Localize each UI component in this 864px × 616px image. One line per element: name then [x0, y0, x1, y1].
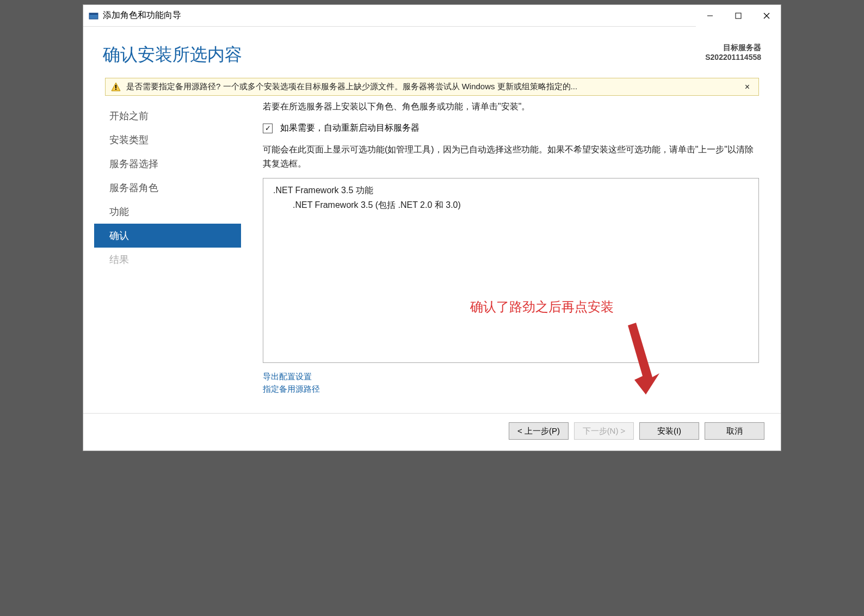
maximize-button[interactable]: [724, 5, 752, 27]
sidebar-item-before-begin[interactable]: 开始之前: [94, 104, 241, 128]
instruction-text: 若要在所选服务器上安装以下角色、角色服务或功能，请单击"安装"。: [263, 101, 759, 113]
app-icon: [89, 11, 98, 21]
target-server-label: 目标服务器: [705, 43, 761, 53]
sidebar-item-results: 结果: [94, 248, 241, 272]
warning-text: 是否需要指定备用源路径? 一个或多个安装选项在目标服务器上缺少源文件。服务器将尝…: [126, 82, 736, 92]
sidebar-item-server-roles[interactable]: 服务器角色: [94, 176, 241, 200]
restart-checkbox-row: ✓ 如果需要，自动重新启动目标服务器: [263, 122, 759, 134]
svg-rect-3: [736, 13, 741, 19]
sidebar-item-install-type[interactable]: 安装类型: [94, 128, 241, 152]
minimize-button[interactable]: [696, 5, 724, 27]
svg-rect-1: [89, 13, 98, 15]
restart-checkbox[interactable]: ✓: [263, 124, 273, 133]
specify-source-link[interactable]: 指定备用源路径: [263, 384, 759, 395]
next-button: 下一步(N) >: [574, 422, 634, 440]
feature-item-child: .NET Framework 3.5 (包括 .NET 2.0 和 3.0): [293, 200, 749, 211]
warning-close-button[interactable]: ×: [742, 82, 753, 92]
columns: 开始之前 安装类型 服务器选择 服务器角色 功能 确认 结果 若要在所选服务器上…: [94, 101, 770, 402]
restart-checkbox-label: 如果需要，自动重新启动目标服务器: [280, 122, 419, 134]
window-title: 添加角色和功能向导: [103, 10, 696, 21]
sidebar-item-confirm[interactable]: 确认: [94, 224, 241, 248]
target-server-value: S202201114558: [705, 53, 761, 61]
wizard-footer: < 上一步(P) 下一步(N) > 安装(I) 取消: [83, 413, 781, 451]
features-listbox: .NET Framework 3.5 功能 .NET Framework 3.5…: [263, 178, 759, 363]
sidebar-item-server-select[interactable]: 服务器选择: [94, 152, 241, 176]
wizard-body: 是否需要指定备用源路径? 一个或多个安装选项在目标服务器上缺少源文件。服务器将尝…: [83, 78, 781, 413]
window-controls: [696, 5, 781, 27]
export-config-link[interactable]: 导出配置设置: [263, 372, 759, 382]
titlebar: 添加角色和功能向导: [83, 5, 781, 27]
main-pane: 若要在所选服务器上安装以下角色、角色服务或功能，请单击"安装"。 ✓ 如果需要，…: [241, 101, 770, 402]
link-group: 导出配置设置 指定备用源路径: [263, 372, 759, 397]
install-button[interactable]: 安装(I): [639, 422, 699, 440]
optional-features-note: 可能会在此页面上显示可选功能(如管理工具)，因为已自动选择这些功能。如果不希望安…: [263, 143, 759, 170]
close-button[interactable]: [752, 5, 781, 27]
svg-rect-7: [115, 85, 116, 88]
wizard-window: 添加角色和功能向导 确认安装所选内容 目标服务器 S202201114558 是…: [83, 4, 781, 451]
previous-button[interactable]: < 上一步(P): [509, 422, 569, 440]
wizard-sidebar: 开始之前 安装类型 服务器选择 服务器角色 功能 确认 结果: [94, 101, 241, 402]
warning-bar: 是否需要指定备用源路径? 一个或多个安装选项在目标服务器上缺少源文件。服务器将尝…: [105, 78, 759, 96]
page-title: 确认安装所选内容: [103, 43, 242, 67]
feature-item-parent: .NET Framework 3.5 功能: [273, 185, 749, 196]
sidebar-item-features[interactable]: 功能: [94, 200, 241, 224]
wizard-header: 确认安装所选内容 目标服务器 S202201114558: [83, 27, 781, 78]
cancel-button[interactable]: 取消: [705, 422, 764, 440]
warning-icon: [111, 82, 121, 92]
svg-rect-8: [115, 89, 116, 90]
annotation-text: 确认了路劲之后再点安装: [470, 298, 614, 316]
